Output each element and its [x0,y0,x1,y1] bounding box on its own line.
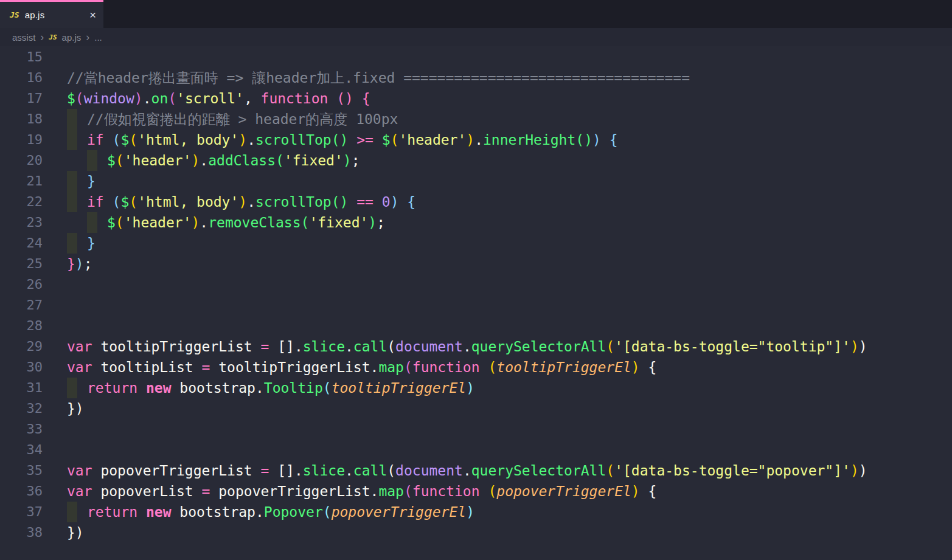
code-line[interactable]: 37return new bootstrap.Popover(popoverTr… [0,502,952,522]
code-line[interactable]: 24} [0,233,952,254]
code-token: . [345,339,353,354]
code-content[interactable] [67,316,952,336]
code-content[interactable]: if ($('html, body').scrollTop() >= $('he… [67,130,952,150]
code-token: ( [168,91,176,106]
code-line[interactable]: 19if ($('html, body').scrollTop() >= $('… [0,130,952,150]
code-line[interactable]: 31return new bootstrap.Tooltip(tooltipTr… [0,378,952,398]
code-content[interactable]: var tooltipList = tooltipTriggerList.map… [67,357,952,378]
code-line[interactable]: 16//當header捲出畫面時 => 讓header加上.fixed ====… [0,67,952,88]
code-text: var popoverTriggerList = [].slice.call(d… [67,460,867,481]
code-token: ( [323,380,332,396]
code-token: = [261,339,269,354]
code-content[interactable]: //當header捲出畫面時 => 讓header加上.fixed ======… [67,67,952,88]
code-token: ) [368,215,377,230]
code-token: ( [113,194,121,210]
code-line[interactable]: 36var popoverList = popoverTriggerList.m… [0,481,952,502]
code-content[interactable] [67,274,952,295]
code-token: } [87,235,96,251]
code-token: '[data-bs-toggle="popover"]' [614,463,850,479]
breadcrumb-folder[interactable]: assist [12,32,35,43]
code-token: () [575,132,592,148]
close-icon[interactable]: × [89,9,96,21]
code-line[interactable]: 25}); [0,254,952,274]
code-content[interactable]: var popoverList = popoverTriggerList.map… [67,481,952,502]
code-token: ) [192,215,200,230]
code-line[interactable]: 22if ($('html, body').scrollTop() == 0) … [0,192,952,212]
code-line[interactable]: 28 [0,316,952,336]
line-number: 28 [0,316,67,336]
code-content[interactable] [67,47,952,67]
code-content[interactable]: var tooltipTriggerList = [].slice.call(d… [67,336,952,357]
code-line[interactable]: 32}) [0,398,952,419]
code-content[interactable]: if ($('html, body').scrollTop() == 0) { [67,192,952,212]
code-token [374,132,382,148]
code-content[interactable]: $('header').addClass('fixed'); [67,150,952,171]
code-line[interactable]: 20$('header').addClass('fixed'); [0,150,952,171]
code-token: ( [488,359,496,375]
code-token: . [143,91,151,106]
code-token: tooltipTriggerList. [210,359,378,375]
code-editor[interactable]: 1516//當header捲出畫面時 => 讓header加上.fixed ==… [0,46,952,560]
code-line[interactable]: 38}) [0,522,952,543]
code-content[interactable] [67,295,952,316]
code-token [353,91,362,106]
code-token: ) [238,194,247,210]
tab-label: ap.js [25,10,45,20]
code-line[interactable]: 35var popoverTriggerList = [].slice.call… [0,460,952,481]
code-content[interactable]: } [67,171,952,192]
code-token: //假如視窗捲出的距離 > header的高度 100px [87,111,398,127]
code-token: innerHeight [483,132,575,148]
code-line[interactable]: 15 [0,47,952,67]
code-token: }) [67,401,84,417]
line-number: 30 [0,357,67,378]
code-content[interactable]: return new bootstrap.Tooltip(tooltipTrig… [67,378,952,398]
code-token: ( [301,215,310,230]
code-content[interactable]: $('header').removeClass('fixed'); [67,212,952,233]
code-line[interactable]: 30var tooltipList = tooltipTriggerList.m… [0,357,952,378]
code-line[interactable]: 26 [0,274,952,295]
code-token: ) [75,256,84,272]
code-token: ) [631,483,640,499]
line-number: 21 [0,171,67,192]
breadcrumb-file[interactable]: ap.js [62,32,82,43]
js-file-icon-small: JS [49,33,57,41]
code-token: ( [116,153,124,168]
code-token: new [146,504,172,520]
code-line[interactable]: 27 [0,295,952,316]
code-content[interactable]: }) [67,398,952,419]
code-content[interactable]: $(window).on('scroll', function () { [67,88,952,109]
code-line[interactable]: 21} [0,171,952,192]
code-text: return new bootstrap.Popover(popoverTrig… [67,502,474,522]
code-line[interactable]: 34 [0,440,952,460]
code-token: popoverList [92,483,202,499]
code-token: () [332,132,349,148]
line-number: 23 [0,212,67,233]
code-line[interactable]: 18//假如視窗捲出的距離 > header的高度 100px [0,109,952,130]
code-token [601,132,610,148]
code-content[interactable]: }) [67,522,952,543]
code-token: . [463,463,471,479]
code-line[interactable]: 17$(window).on('scroll', function () { [0,88,952,109]
code-token: . [200,153,208,168]
code-line[interactable]: 29var tooltipTriggerList = [].slice.call… [0,336,952,357]
breadcrumb-ellipsis[interactable]: ... [94,32,102,43]
code-content[interactable] [67,440,952,460]
code-token: ) [343,153,352,168]
code-token [348,132,356,148]
code-line[interactable]: 33 [0,419,952,440]
code-token: return [87,504,137,520]
code-line[interactable]: 23$('header').removeClass('fixed'); [0,212,952,233]
code-content[interactable]: //假如視窗捲出的距離 > header的高度 100px [67,109,952,130]
code-content[interactable]: return new bootstrap.Popover(popoverTrig… [67,502,952,522]
code-token: ; [84,256,92,272]
tab-apjs[interactable]: JS ap.js × [0,0,103,28]
line-number: 16 [0,67,67,88]
code-content[interactable]: var popoverTriggerList = [].slice.call(d… [67,460,952,481]
code-content[interactable]: } [67,233,952,254]
code-content[interactable]: }); [67,254,952,274]
code-token: function [412,483,480,499]
code-token: 0 [382,194,391,210]
code-token [137,504,146,520]
code-token: slice [303,339,345,354]
code-content[interactable] [67,419,952,440]
